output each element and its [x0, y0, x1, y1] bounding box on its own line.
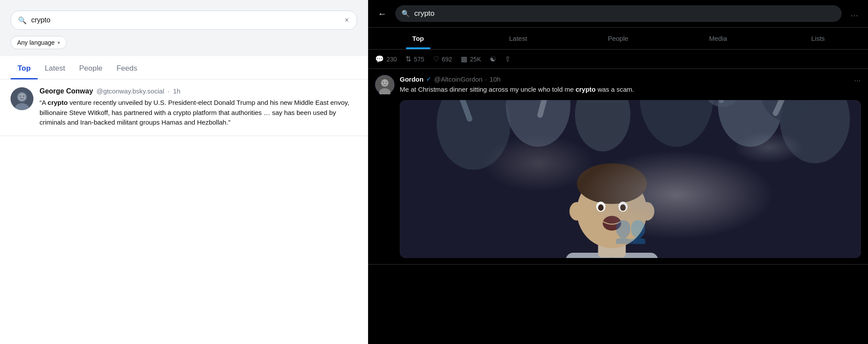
- svg-point-36: [603, 216, 621, 231]
- search-bar-container: 🔍 × Any language ▾: [0, 0, 368, 56]
- search-icon: 🔍: [18, 16, 27, 25]
- table-row[interactable]: George Conway @gtconway.bsky.social · 1h…: [0, 79, 368, 136]
- right-panel: ← 🔍 … Top Latest People Media Lists: [368, 0, 868, 344]
- svg-point-11: [386, 82, 387, 82]
- svg-rect-29: [598, 225, 626, 258]
- svg-point-19: [760, 100, 815, 122]
- chevron-down-icon: ▾: [58, 40, 60, 46]
- retweet-icon: ⇅: [405, 55, 411, 63]
- svg-point-38: [640, 202, 655, 220]
- tweet-author: George Conway: [40, 87, 93, 95]
- right-tab-latest[interactable]: Latest: [468, 28, 568, 49]
- tweet-body: Gordon ✓ @AltcoinGordon · 10h … Me at Ch…: [400, 75, 861, 258]
- svg-point-35: [620, 204, 626, 211]
- right-tab-lists[interactable]: Lists: [768, 28, 868, 49]
- more-options-button[interactable]: …: [848, 7, 861, 21]
- svg-point-30: [577, 174, 647, 248]
- tweet-handle: @gtconway.bsky.social: [97, 87, 164, 95]
- search-input[interactable]: [31, 16, 340, 24]
- svg-point-16: [640, 100, 713, 147]
- svg-point-32: [596, 201, 605, 211]
- reply-icon: 💬: [375, 55, 384, 63]
- right-tab-top[interactable]: Top: [368, 28, 468, 49]
- right-header: ← 🔍 …: [368, 0, 868, 28]
- svg-point-9: [382, 80, 388, 86]
- svg-rect-23: [713, 100, 724, 103]
- svg-point-4: [20, 96, 21, 97]
- svg-rect-12: [400, 100, 861, 258]
- clear-search-button[interactable]: ×: [344, 15, 350, 25]
- tweet-more-button[interactable]: …: [854, 75, 861, 83]
- svg-point-15: [575, 100, 630, 151]
- reply-count: 💬 230: [375, 55, 397, 63]
- search-bar: 🔍 ×: [11, 11, 357, 30]
- tweet-handle: @AltcoinGordon: [434, 75, 482, 83]
- svg-point-10: [383, 82, 383, 82]
- search-results-list: George Conway @gtconway.bsky.social · 1h…: [0, 79, 368, 344]
- svg-point-17: [718, 100, 783, 147]
- right-tab-media[interactable]: Media: [668, 28, 768, 49]
- svg-point-31: [577, 163, 647, 204]
- search-icon: 🔍: [401, 10, 410, 18]
- tweet-author: Gordon: [400, 75, 423, 83]
- tweet-content: George Conway @gtconway.bsky.social · 1h…: [40, 87, 357, 128]
- share-icon: ⇧: [505, 55, 510, 63]
- tweet-time-dot: ·: [485, 75, 487, 83]
- avatar: [375, 75, 394, 94]
- left-tabs: Top Latest People Feeds: [0, 58, 368, 79]
- svg-rect-21: [455, 100, 473, 122]
- svg-point-33: [618, 201, 628, 211]
- tab-top[interactable]: Top: [11, 58, 38, 79]
- tab-latest[interactable]: Latest: [38, 58, 72, 79]
- language-filter: Any language ▾: [11, 36, 357, 49]
- svg-point-13: [437, 100, 510, 170]
- svg-point-5: [23, 96, 25, 97]
- svg-rect-28: [566, 253, 658, 258]
- language-filter-label: Any language: [17, 39, 55, 46]
- bookmark-icon: ☯: [490, 55, 496, 63]
- like-count: ♡ 692: [433, 55, 452, 63]
- tweet-header-row: Gordon ✓ @AltcoinGordon · 10h … Me at Ch…: [375, 75, 861, 258]
- right-content: 💬 230 ⇅ 575 ♡ 692 ▩ 25K ☯ ⇧: [368, 50, 868, 344]
- retweet-count: ⇅ 575: [405, 55, 424, 63]
- engagement-stats-row: 💬 230 ⇅ 575 ♡ 692 ▩ 25K ☯ ⇧: [368, 50, 868, 69]
- svg-point-14: [506, 100, 571, 147]
- table-row[interactable]: Gordon ✓ @AltcoinGordon · 10h … Me at Ch…: [368, 69, 868, 265]
- svg-point-37: [569, 202, 584, 220]
- verified-icon: ✓: [426, 75, 431, 82]
- tweet-meta: Gordon ✓ @AltcoinGordon · 10h …: [400, 75, 861, 83]
- svg-point-34: [598, 204, 604, 211]
- svg-rect-22: [537, 100, 553, 118]
- tweet-header: George Conway @gtconway.bsky.social · 1h: [40, 87, 357, 95]
- back-button[interactable]: ←: [375, 6, 389, 22]
- view-count: ▩ 25K: [461, 55, 481, 63]
- tab-people[interactable]: People: [72, 58, 109, 79]
- tweet-text: Me at Christmas dinner sitting across my…: [400, 85, 861, 95]
- tweet-time: 10h: [490, 75, 501, 83]
- views-icon: ▩: [461, 55, 467, 63]
- left-panel: 🔍 × Any language ▾ Top Latest People Fee…: [0, 0, 368, 344]
- share-button[interactable]: ⇧: [505, 55, 510, 63]
- right-tab-people[interactable]: People: [568, 28, 668, 49]
- svg-rect-24: [772, 100, 792, 117]
- svg-point-20: [700, 100, 746, 107]
- svg-point-18: [780, 100, 850, 163]
- right-search-input[interactable]: [414, 9, 835, 18]
- heart-icon: ♡: [433, 55, 439, 63]
- crowd-photo: [400, 100, 861, 258]
- right-search-bar: 🔍: [395, 5, 842, 22]
- bookmark-button[interactable]: ☯: [490, 55, 496, 63]
- right-tabs: Top Latest People Media Lists: [368, 28, 868, 50]
- tweet-image: [400, 100, 861, 258]
- tweet-time-value: 1h: [173, 87, 181, 95]
- tweet-text: “A crypto venture recently unveiled by U…: [40, 98, 357, 128]
- language-filter-button[interactable]: Any language ▾: [11, 36, 67, 49]
- tweet-time: ·: [168, 87, 170, 95]
- svg-point-3: [18, 93, 26, 101]
- tab-feeds[interactable]: Feeds: [109, 58, 144, 79]
- avatar: [11, 87, 33, 110]
